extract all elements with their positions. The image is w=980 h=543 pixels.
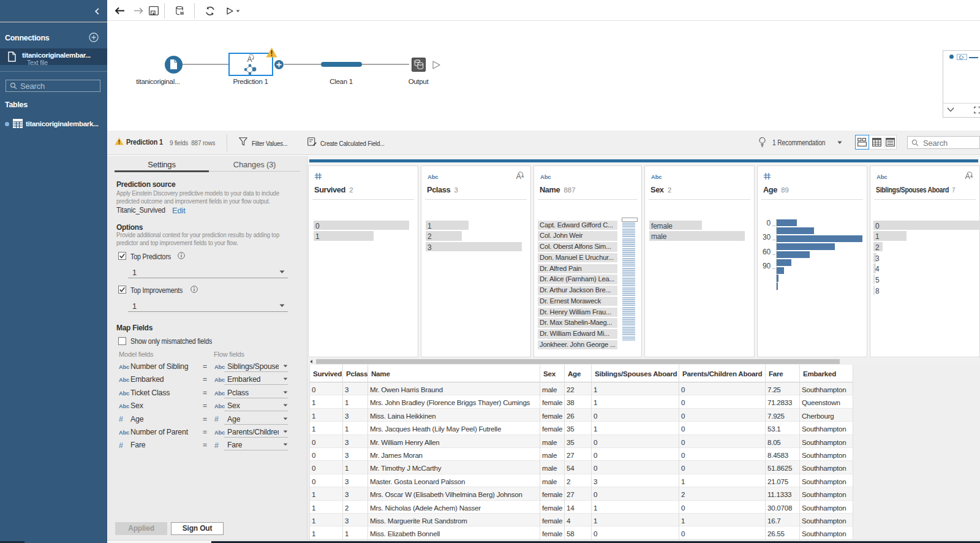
svg-text:A: A xyxy=(516,172,522,181)
svg-text:A: A xyxy=(247,55,252,64)
svg-text:A: A xyxy=(965,172,971,181)
